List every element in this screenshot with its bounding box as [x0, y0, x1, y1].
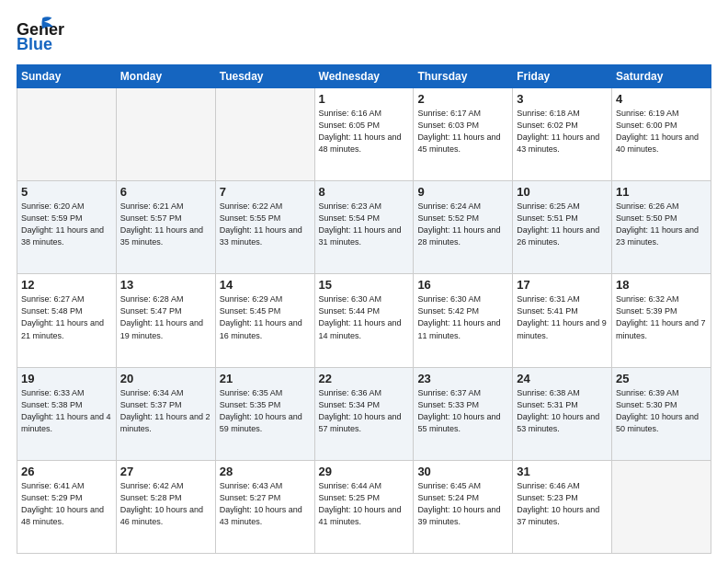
calendar-cell	[215, 88, 314, 181]
calendar-cell: 3Sunrise: 6:18 AM Sunset: 6:02 PM Daylig…	[513, 88, 612, 181]
day-info: Sunrise: 6:22 AM Sunset: 5:55 PM Dayligh…	[220, 201, 311, 248]
day-info: Sunrise: 6:21 AM Sunset: 5:57 PM Dayligh…	[120, 201, 211, 248]
day-info: Sunrise: 6:16 AM Sunset: 6:05 PM Dayligh…	[319, 108, 410, 155]
calendar-table: SundayMondayTuesdayWednesdayThursdayFrid…	[17, 64, 711, 554]
calendar-cell	[17, 88, 117, 181]
day-number: 22	[319, 372, 410, 385]
day-info: Sunrise: 6:28 AM Sunset: 5:47 PM Dayligh…	[120, 293, 211, 341]
calendar-cell: 30Sunrise: 6:45 AM Sunset: 5:24 PM Dayli…	[414, 460, 513, 553]
day-info: Sunrise: 6:39 AM Sunset: 5:30 PM Dayligh…	[616, 387, 707, 435]
day-number: 8	[319, 185, 410, 199]
calendar-cell: 12Sunrise: 6:27 AM Sunset: 5:48 PM Dayli…	[17, 274, 117, 367]
calendar-cell: 28Sunrise: 6:43 AM Sunset: 5:27 PM Dayli…	[215, 460, 314, 553]
day-info: Sunrise: 6:38 AM Sunset: 5:31 PM Dayligh…	[517, 387, 608, 435]
day-info: Sunrise: 6:23 AM Sunset: 5:54 PM Dayligh…	[319, 201, 410, 248]
day-number: 5	[21, 185, 112, 199]
day-info: Sunrise: 6:44 AM Sunset: 5:25 PM Dayligh…	[319, 480, 410, 528]
logo-icon: General Blue	[17, 17, 64, 55]
day-number: 15	[319, 278, 410, 292]
day-number: 3	[517, 92, 608, 106]
week-row-0: 1Sunrise: 6:16 AM Sunset: 6:05 PM Daylig…	[17, 88, 711, 181]
day-number: 24	[517, 372, 608, 385]
week-row-1: 5Sunrise: 6:20 AM Sunset: 5:59 PM Daylig…	[17, 181, 711, 274]
day-info: Sunrise: 6:30 AM Sunset: 5:42 PM Dayligh…	[417, 293, 508, 341]
day-info: Sunrise: 6:35 AM Sunset: 5:35 PM Dayligh…	[220, 387, 311, 435]
day-info: Sunrise: 6:25 AM Sunset: 5:51 PM Dayligh…	[517, 201, 608, 248]
calendar-cell: 31Sunrise: 6:46 AM Sunset: 5:23 PM Dayli…	[513, 460, 612, 553]
day-number: 9	[417, 185, 508, 199]
calendar-cell: 17Sunrise: 6:31 AM Sunset: 5:41 PM Dayli…	[513, 274, 612, 367]
weekday-header-friday: Friday	[513, 65, 612, 88]
day-info: Sunrise: 6:26 AM Sunset: 5:50 PM Dayligh…	[616, 201, 707, 248]
day-info: Sunrise: 6:17 AM Sunset: 6:03 PM Dayligh…	[417, 108, 508, 155]
calendar-cell	[116, 88, 215, 181]
svg-text:Blue: Blue	[17, 35, 52, 53]
calendar-cell: 7Sunrise: 6:22 AM Sunset: 5:55 PM Daylig…	[215, 181, 314, 274]
week-row-3: 19Sunrise: 6:33 AM Sunset: 5:38 PM Dayli…	[17, 367, 711, 460]
day-number: 17	[517, 278, 608, 292]
calendar-cell: 21Sunrise: 6:35 AM Sunset: 5:35 PM Dayli…	[215, 367, 314, 460]
calendar-cell	[612, 460, 711, 553]
day-info: Sunrise: 6:46 AM Sunset: 5:23 PM Dayligh…	[517, 480, 608, 528]
calendar-cell: 18Sunrise: 6:32 AM Sunset: 5:39 PM Dayli…	[612, 274, 711, 367]
day-info: Sunrise: 6:36 AM Sunset: 5:34 PM Dayligh…	[319, 387, 410, 435]
calendar-cell: 1Sunrise: 6:16 AM Sunset: 6:05 PM Daylig…	[314, 88, 414, 181]
day-info: Sunrise: 6:41 AM Sunset: 5:29 PM Dayligh…	[21, 480, 112, 528]
day-number: 12	[21, 278, 112, 292]
day-info: Sunrise: 6:43 AM Sunset: 5:27 PM Dayligh…	[220, 480, 311, 528]
weekday-header-wednesday: Wednesday	[314, 65, 414, 88]
day-number: 25	[616, 372, 707, 385]
day-info: Sunrise: 6:20 AM Sunset: 5:59 PM Dayligh…	[21, 201, 112, 248]
weekday-header-saturday: Saturday	[612, 65, 711, 88]
calendar-cell: 10Sunrise: 6:25 AM Sunset: 5:51 PM Dayli…	[513, 181, 612, 274]
day-number: 20	[120, 372, 211, 385]
day-number: 26	[21, 465, 112, 478]
header: General Blue	[17, 17, 711, 55]
weekday-header-monday: Monday	[116, 65, 215, 88]
calendar-cell: 15Sunrise: 6:30 AM Sunset: 5:44 PM Dayli…	[314, 274, 414, 367]
calendar-cell: 26Sunrise: 6:41 AM Sunset: 5:29 PM Dayli…	[17, 460, 117, 553]
weekday-header-sunday: Sunday	[17, 65, 117, 88]
day-number: 21	[220, 372, 311, 385]
week-row-2: 12Sunrise: 6:27 AM Sunset: 5:48 PM Dayli…	[17, 274, 711, 367]
calendar-cell: 19Sunrise: 6:33 AM Sunset: 5:38 PM Dayli…	[17, 367, 117, 460]
day-number: 31	[517, 465, 608, 478]
calendar-cell: 25Sunrise: 6:39 AM Sunset: 5:30 PM Dayli…	[612, 367, 711, 460]
calendar-cell: 6Sunrise: 6:21 AM Sunset: 5:57 PM Daylig…	[116, 181, 215, 274]
calendar-cell: 8Sunrise: 6:23 AM Sunset: 5:54 PM Daylig…	[314, 181, 414, 274]
calendar-cell: 24Sunrise: 6:38 AM Sunset: 5:31 PM Dayli…	[513, 367, 612, 460]
calendar-cell: 29Sunrise: 6:44 AM Sunset: 5:25 PM Dayli…	[314, 460, 414, 553]
day-info: Sunrise: 6:18 AM Sunset: 6:02 PM Dayligh…	[517, 108, 608, 155]
week-row-4: 26Sunrise: 6:41 AM Sunset: 5:29 PM Dayli…	[17, 460, 711, 553]
day-number: 28	[220, 465, 311, 478]
calendar-cell: 23Sunrise: 6:37 AM Sunset: 5:33 PM Dayli…	[414, 367, 513, 460]
day-number: 16	[417, 278, 508, 292]
calendar-cell: 27Sunrise: 6:42 AM Sunset: 5:28 PM Dayli…	[116, 460, 215, 553]
day-number: 10	[517, 185, 608, 199]
day-number: 29	[319, 465, 410, 478]
day-info: Sunrise: 6:31 AM Sunset: 5:41 PM Dayligh…	[517, 293, 608, 341]
day-info: Sunrise: 6:24 AM Sunset: 5:52 PM Dayligh…	[417, 201, 508, 248]
day-number: 13	[120, 278, 211, 292]
day-number: 14	[220, 278, 311, 292]
day-number: 6	[120, 185, 211, 199]
calendar-cell: 4Sunrise: 6:19 AM Sunset: 6:00 PM Daylig…	[612, 88, 711, 181]
day-number: 23	[417, 372, 508, 385]
calendar-cell: 16Sunrise: 6:30 AM Sunset: 5:42 PM Dayli…	[414, 274, 513, 367]
calendar-cell: 22Sunrise: 6:36 AM Sunset: 5:34 PM Dayli…	[314, 367, 414, 460]
calendar-cell: 20Sunrise: 6:34 AM Sunset: 5:37 PM Dayli…	[116, 367, 215, 460]
calendar-cell: 5Sunrise: 6:20 AM Sunset: 5:59 PM Daylig…	[17, 181, 117, 274]
day-info: Sunrise: 6:29 AM Sunset: 5:45 PM Dayligh…	[220, 293, 311, 341]
calendar-cell: 14Sunrise: 6:29 AM Sunset: 5:45 PM Dayli…	[215, 274, 314, 367]
day-info: Sunrise: 6:30 AM Sunset: 5:44 PM Dayligh…	[319, 293, 410, 341]
day-info: Sunrise: 6:32 AM Sunset: 5:39 PM Dayligh…	[616, 293, 707, 341]
day-number: 30	[417, 465, 508, 478]
calendar-cell: 13Sunrise: 6:28 AM Sunset: 5:47 PM Dayli…	[116, 274, 215, 367]
day-info: Sunrise: 6:19 AM Sunset: 6:00 PM Dayligh…	[616, 108, 707, 155]
day-number: 18	[616, 278, 707, 292]
day-number: 19	[21, 372, 112, 385]
weekday-header-tuesday: Tuesday	[215, 65, 314, 88]
day-info: Sunrise: 6:37 AM Sunset: 5:33 PM Dayligh…	[417, 387, 508, 435]
day-info: Sunrise: 6:33 AM Sunset: 5:38 PM Dayligh…	[21, 387, 112, 435]
day-info: Sunrise: 6:34 AM Sunset: 5:37 PM Dayligh…	[120, 387, 211, 435]
